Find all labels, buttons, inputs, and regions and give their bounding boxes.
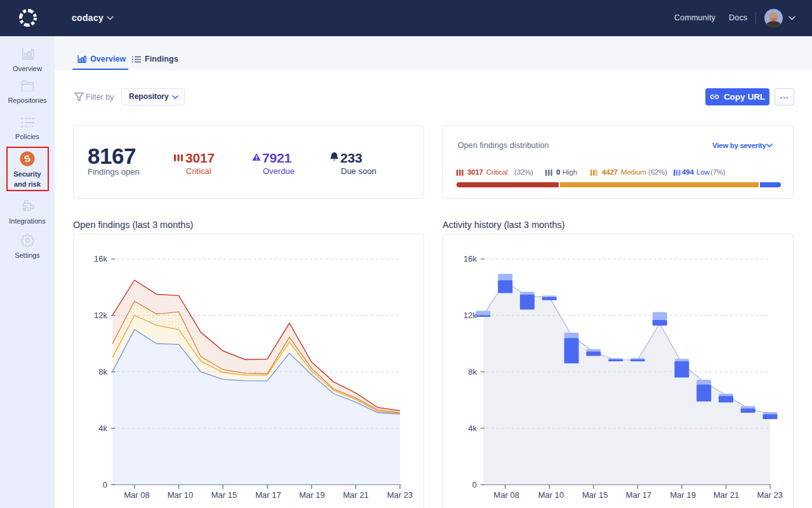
svg-text:Mar 19: Mar 19 (670, 490, 695, 500)
svg-text:Mar 10: Mar 10 (168, 490, 193, 500)
svg-text:Mar 17: Mar 17 (255, 490, 281, 500)
svg-text:Mar 23: Mar 23 (757, 490, 782, 500)
svg-text:4k: 4k (98, 424, 107, 433)
svg-text:Mar 08: Mar 08 (494, 490, 519, 500)
svg-text:Mar 15: Mar 15 (582, 490, 608, 500)
svg-text:16k: 16k (94, 254, 107, 264)
svg-text:Mar 21: Mar 21 (714, 490, 739, 500)
svg-text:Mar 19: Mar 19 (299, 490, 324, 500)
svg-text:Mar 21: Mar 21 (343, 490, 368, 500)
svg-text:Mar 15: Mar 15 (211, 490, 237, 500)
svg-text:Mar 08: Mar 08 (124, 490, 149, 500)
svg-text:16k: 16k (463, 254, 477, 264)
svg-text:8k: 8k (468, 367, 477, 377)
svg-text:0: 0 (472, 480, 477, 490)
svg-text:4k: 4k (468, 424, 477, 433)
svg-text:12k: 12k (463, 311, 477, 320)
svg-text:Mar 23: Mar 23 (387, 490, 413, 500)
svg-text:8k: 8k (98, 367, 107, 377)
svg-text:12k: 12k (94, 311, 107, 320)
svg-text:Mar 10: Mar 10 (538, 490, 564, 500)
svg-text:0: 0 (103, 480, 107, 490)
svg-text:Mar 17: Mar 17 (626, 490, 651, 500)
